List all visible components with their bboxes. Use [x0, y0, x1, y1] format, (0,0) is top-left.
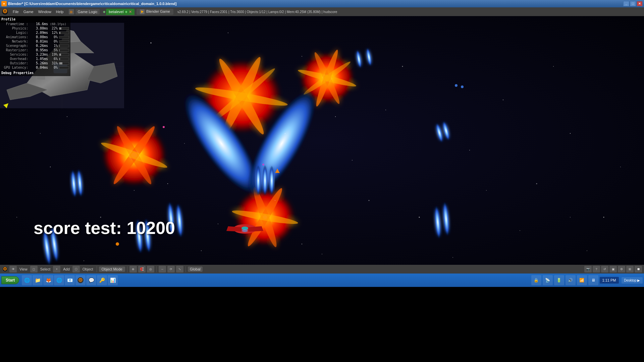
profile-row-label: Scenegraph:: [1, 44, 28, 48]
profile-row: Logic:2.09ms12%: [1, 31, 69, 35]
profile-row: Rasterizer:0.95ms5%: [1, 48, 69, 52]
question-icon[interactable]: ?: [593, 266, 600, 273]
svg-point-41: [256, 165, 261, 195]
menu-bar: File Game Window Help ⊞ Game Logic + bet…: [0, 7, 644, 16]
view3d-icon[interactable]: 🔲: [635, 266, 642, 273]
profile-bar: [59, 66, 69, 69]
profile-title: Profile: [1, 17, 69, 21]
svg-point-31: [433, 205, 442, 239]
profile-row-value: 3.80ms: [30, 26, 48, 30]
select-icon[interactable]: ◻: [30, 266, 38, 273]
profile-row-pct: 0%: [49, 66, 58, 69]
rotate-icon[interactable]: ⟳: [167, 266, 175, 273]
svg-point-75: [553, 66, 554, 67]
svg-point-72: [486, 190, 487, 191]
restore-icon[interactable]: ↺: [601, 266, 608, 273]
profile-bar-fill: [59, 49, 60, 51]
tray-icon-3[interactable]: 🔋: [554, 275, 564, 285]
taskbar-icon-app[interactable]: 📊: [108, 275, 118, 285]
taskbar-icon-folder[interactable]: 📁: [33, 275, 43, 285]
menu-file[interactable]: File: [11, 9, 21, 14]
taskbar-icon-firefox[interactable]: 🦊: [43, 275, 53, 285]
blue-beam-center-bottom-2: [175, 203, 184, 238]
tray-icon-6[interactable]: 🖥: [588, 275, 598, 285]
svg-text:⊞: ⊞: [70, 10, 72, 14]
add-icon[interactable]: +: [53, 266, 60, 273]
profile-row-value: 1.05ms: [30, 57, 48, 61]
profile-row-label: Network:: [1, 40, 28, 43]
menu-game[interactable]: Game: [21, 9, 36, 14]
profile-row-pct: 31%: [49, 61, 58, 65]
taskbar-icon-blender[interactable]: [75, 275, 86, 285]
settings-icon[interactable]: ⚙: [618, 266, 625, 273]
taskbar-icon-mail[interactable]: 📧: [65, 275, 75, 285]
profile-row: Scenegraph:0.26ms1%: [1, 44, 69, 48]
taskbar-icon-browser[interactable]: 🌐: [54, 275, 64, 285]
close-button[interactable]: ✕: [637, 1, 643, 6]
taskbar-icon-ie[interactable]: 🌐: [22, 275, 32, 285]
tray-icon-1[interactable]: 🔒: [531, 275, 541, 285]
tray-icon-4[interactable]: 🔊: [566, 275, 576, 285]
view-icon[interactable]: 👁: [9, 266, 17, 273]
profile-rows: Frametime :16.6ms(60.1fps)Physics:3.80ms…: [1, 22, 69, 70]
tab-betalevel-add[interactable]: +: [125, 9, 127, 14]
start-button[interactable]: Start: [1, 276, 19, 284]
svg-point-70: [275, 200, 275, 201]
proportional-icon[interactable]: ◎: [147, 266, 154, 273]
camera-icon[interactable]: 📷: [584, 266, 592, 273]
svg-point-60: [201, 250, 202, 251]
profile-bar: [59, 49, 69, 52]
svg-point-56: [167, 183, 168, 184]
move-icon[interactable]: ↔: [159, 266, 166, 273]
taskbar-icon-skype[interactable]: 💬: [86, 275, 96, 285]
debug-properties-title: Debug Properties: [1, 71, 69, 75]
tray-icon-5[interactable]: 📶: [577, 275, 587, 285]
profile-row-pct: 0%: [49, 35, 58, 39]
svg-point-62: [50, 167, 51, 167]
svg-point-66: [570, 133, 571, 134]
profile-bar: [59, 62, 69, 65]
svg-point-65: [16, 217, 17, 218]
profile-row-pct: 5%: [49, 48, 58, 52]
svg-point-79: [385, 110, 386, 110]
snap-icon[interactable]: 🧲: [138, 266, 146, 273]
tray-icon-2[interactable]: 📡: [543, 275, 553, 285]
profile-row-label: Logic:: [1, 31, 28, 35]
blue-beam-right-tall-2: [442, 201, 451, 236]
svg-point-55: [369, 200, 370, 201]
editor-type-icon: ⊞: [69, 9, 74, 14]
minimize-button[interactable]: _: [623, 1, 629, 6]
tab-add-button[interactable]: +: [103, 9, 106, 14]
profile-row-value: 0.04ms: [30, 66, 48, 69]
taskbar-icon-password[interactable]: 🔑: [97, 275, 107, 285]
profile-row-pct: 0%: [49, 40, 58, 43]
object-mode-button[interactable]: Object Mode: [99, 266, 125, 272]
menu-window[interactable]: Window: [36, 9, 53, 14]
svg-point-32: [442, 201, 451, 236]
global-local-button[interactable]: Global: [188, 266, 203, 272]
profile-row-value: 0.26ms: [30, 44, 48, 48]
profile-row-label: GPU Latency:: [1, 66, 28, 69]
blender-game-tab[interactable]: Blender Game: [137, 9, 173, 15]
render-icon[interactable]: ▣: [609, 266, 617, 273]
svg-point-59: [503, 100, 503, 100]
profile-bar: [59, 32, 69, 34]
editor-mode-label[interactable]: Game Logic: [75, 9, 99, 14]
object-icon[interactable]: ⬡: [72, 266, 80, 273]
svg-point-52: [402, 66, 403, 67]
profile-row-label: Services:: [1, 53, 28, 56]
menu-help[interactable]: Help: [54, 9, 66, 14]
svg-point-77: [84, 260, 84, 261]
grid-icon[interactable]: ⊞: [626, 266, 634, 273]
profile-row-pct: 6%: [49, 57, 58, 61]
tab-betalevel-close[interactable]: ✕: [129, 10, 132, 14]
tab-betalevel[interactable]: betalevel + ✕: [106, 9, 135, 15]
svg-point-102: [5, 268, 6, 269]
scale-icon[interactable]: ⤡: [176, 266, 183, 273]
pivot-icon[interactable]: ⊕: [129, 266, 137, 273]
svg-point-49: [151, 43, 152, 44]
desktop-button[interactable]: Desktop ▶: [622, 277, 643, 284]
maximize-button[interactable]: □: [630, 1, 636, 6]
svg-point-57: [469, 150, 470, 150]
blue-beam-top-right-2: [365, 47, 373, 67]
